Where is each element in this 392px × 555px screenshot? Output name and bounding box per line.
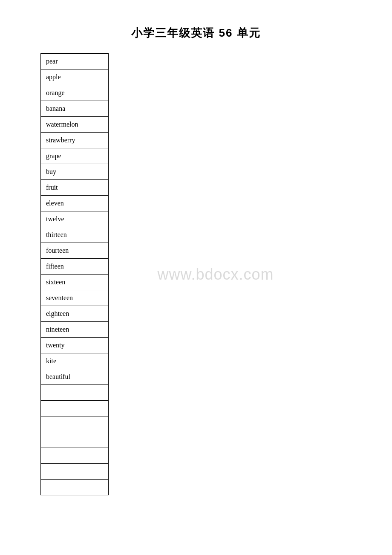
table-row — [41, 432, 109, 448]
word-cell: sixteen — [41, 275, 109, 290]
table-row: nineteen — [41, 322, 109, 338]
table-row: watermelon — [41, 117, 109, 133]
table-row: pear — [41, 54, 109, 69]
word-cell: fifteen — [41, 259, 109, 275]
word-cell: watermelon — [41, 117, 109, 133]
word-cell: strawberry — [41, 133, 109, 148]
word-cell: beautiful — [41, 369, 109, 385]
table-row — [41, 448, 109, 464]
table-row: kite — [41, 353, 109, 369]
table-row: strawberry — [41, 133, 109, 148]
table-row: orange — [41, 85, 109, 101]
word-cell: kite — [41, 353, 109, 369]
word-cell: banana — [41, 101, 109, 117]
page-title: 小学三年级英语 56 单元 — [131, 26, 260, 40]
table-row: banana — [41, 101, 109, 117]
word-cell — [41, 480, 109, 495]
word-cell: apple — [41, 69, 109, 85]
table-row: eleven — [41, 196, 109, 211]
word-cell: grape — [41, 148, 109, 164]
word-cell: orange — [41, 85, 109, 101]
table-row: eighteen — [41, 306, 109, 322]
word-cell: nineteen — [41, 322, 109, 338]
word-cell — [41, 448, 109, 464]
table-row: sixteen — [41, 275, 109, 290]
word-cell: eleven — [41, 196, 109, 211]
watermark-text: www.bdocx.com — [157, 266, 274, 283]
word-cell: thirteen — [41, 227, 109, 243]
table-row — [41, 480, 109, 495]
table-row: thirteen — [41, 227, 109, 243]
word-cell: pear — [41, 54, 109, 69]
word-table: pearappleorangebananawatermelonstrawberr… — [40, 53, 109, 495]
word-cell — [41, 416, 109, 432]
table-row: fourteen — [41, 243, 109, 259]
word-cell — [41, 432, 109, 448]
table-row: twelve — [41, 211, 109, 227]
table-row: twenty — [41, 338, 109, 353]
word-cell — [41, 464, 109, 480]
word-cell: fourteen — [41, 243, 109, 259]
word-cell: twelve — [41, 211, 109, 227]
word-cell: eighteen — [41, 306, 109, 322]
word-cell: seventeen — [41, 290, 109, 306]
page-container: 小学三年级英语 56 单元 pearappleorangebananawater… — [0, 0, 392, 555]
table-row: seventeen — [41, 290, 109, 306]
word-cell: twenty — [41, 338, 109, 353]
word-cell — [41, 401, 109, 416]
table-row: apple — [41, 69, 109, 85]
word-cell: buy — [41, 164, 109, 180]
table-row — [41, 401, 109, 416]
table-row — [41, 385, 109, 401]
table-row: grape — [41, 148, 109, 164]
table-row — [41, 464, 109, 480]
table-row: buy — [41, 164, 109, 180]
word-cell — [41, 385, 109, 401]
word-cell: fruit — [41, 180, 109, 196]
table-row: fifteen — [41, 259, 109, 275]
table-row: beautiful — [41, 369, 109, 385]
table-row — [41, 416, 109, 432]
table-row: fruit — [41, 180, 109, 196]
